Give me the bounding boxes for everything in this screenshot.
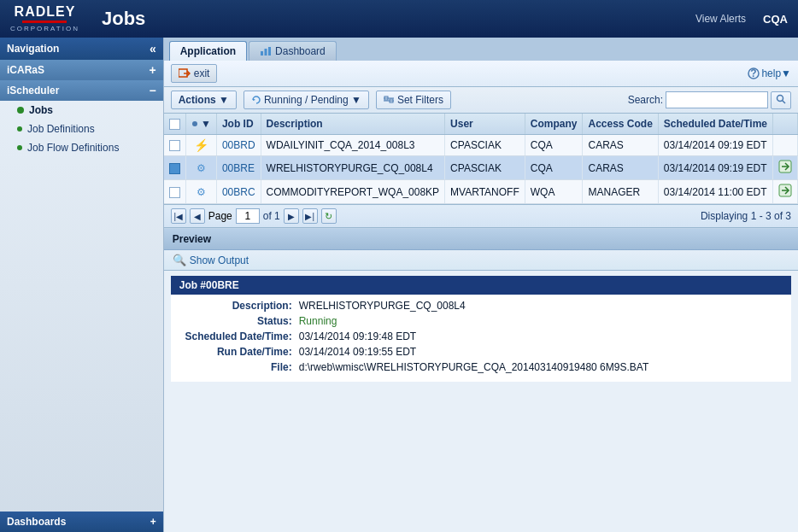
- row1-checkbox[interactable]: [169, 140, 180, 151]
- sidebar-dashboards[interactable]: Dashboards +: [0, 512, 163, 532]
- row2-scheduled: 03/14/2014 09:19 EDT: [658, 156, 772, 180]
- row1-job-id[interactable]: 00BRD: [216, 135, 261, 156]
- running-pending-button[interactable]: Running / Pending ▼: [244, 91, 369, 109]
- page-label: Page: [208, 210, 232, 222]
- col-checkbox: [164, 114, 186, 135]
- run-field-value: 03/14/2014 09:19:55 EDT: [299, 346, 416, 358]
- tab-dashboard-label: Dashboard: [275, 45, 326, 57]
- row3-action-icon[interactable]: [778, 184, 792, 197]
- preview-row-description: Description: WRELHISTORYPURGE_CQ_008L4: [179, 300, 783, 312]
- file-field-value: d:\rweb\wmisc\WRELHISTORYPURGE_CQA_20140…: [299, 361, 649, 373]
- row2-checkbox-cell[interactable]: [164, 156, 186, 180]
- brand-sub: CORPORATION: [10, 25, 79, 32]
- help-icon: ?: [748, 67, 760, 79]
- brand-bar: [22, 20, 67, 23]
- exit-button[interactable]: exit: [171, 64, 218, 83]
- row3-checkbox[interactable]: [169, 187, 180, 198]
- row1-scheduled: 03/14/2014 09:19 EDT: [658, 135, 772, 156]
- row2-action-cell[interactable]: [773, 156, 798, 180]
- view-alerts-link[interactable]: View Alerts: [695, 13, 746, 25]
- dashboard-chart-icon: [260, 46, 272, 56]
- preview-row-run: Run Date/Time: 03/14/2014 09:19:55 EDT: [179, 346, 783, 358]
- row3-access-code: MANAGER: [583, 180, 658, 204]
- row3-action-cell[interactable]: [773, 180, 798, 204]
- col-action: [773, 114, 798, 135]
- sidebar-group-ischeduler-toggle[interactable]: −: [150, 84, 156, 97]
- preview-row-scheduled: Scheduled Date/Time: 03/14/2014 09:19:48…: [179, 330, 783, 342]
- sidebar-item-jobs-label: Jobs: [29, 104, 53, 116]
- refresh-button[interactable]: ↻: [321, 208, 337, 224]
- show-output-bar[interactable]: 🔍 Show Output: [164, 250, 798, 271]
- refresh-icon: ↻: [325, 211, 332, 222]
- row3-checkbox-cell[interactable]: [164, 180, 186, 204]
- nav-dot-icon: [17, 107, 24, 114]
- help-button[interactable]: ? help▼: [748, 67, 791, 79]
- current-user: CQA: [763, 13, 788, 26]
- dashboards-add-icon[interactable]: +: [150, 516, 156, 528]
- help-label: help▼: [761, 67, 791, 79]
- sidebar-item-jobs[interactable]: Jobs: [0, 101, 163, 120]
- row1-status-cell: ⚡: [185, 135, 216, 156]
- sidebar-item-job-flow-definitions[interactable]: Job Flow Definitions: [0, 138, 163, 157]
- svg-point-11: [777, 95, 783, 101]
- preview-row-file: File: d:\rweb\wmisc\WRELHISTORYPURGE_CQA…: [179, 361, 783, 373]
- row1-description: WDAILYINIT_CQA_2014_008L3: [261, 135, 445, 156]
- select-all-checkbox[interactable]: [169, 119, 180, 130]
- col-scheduled[interactable]: Scheduled Date/Time: [658, 114, 772, 135]
- svg-text:?: ?: [751, 67, 757, 79]
- nav-collapse-button[interactable]: «: [150, 42, 156, 56]
- sidebar: Navigation « iCARaS + iScheduler − Jobs …: [0, 38, 164, 532]
- file-field-label: File:: [179, 361, 299, 373]
- row2-access-code: CARAS: [583, 156, 658, 180]
- jobs-table-container: ▼ Job ID Description User Company Access…: [164, 114, 798, 204]
- sidebar-item-job-definitions[interactable]: Job Definitions: [0, 120, 163, 138]
- sidebar-group-ischeduler[interactable]: iScheduler −: [0, 80, 163, 101]
- col-description[interactable]: Description: [261, 114, 445, 135]
- sidebar-item-job-definitions-label: Job Definitions: [27, 123, 95, 135]
- actions-button[interactable]: Actions ▼: [171, 91, 237, 109]
- jobs-table: ▼ Job ID Description User Company Access…: [164, 114, 798, 204]
- main-layout: Navigation « iCARaS + iScheduler − Jobs …: [0, 38, 798, 532]
- row2-job-id[interactable]: 00BRE: [216, 156, 261, 180]
- sidebar-group-icaras-label: iCARaS: [7, 64, 44, 76]
- tabs: Application Dashboard: [164, 38, 798, 61]
- row1-user: CPASCIAK: [445, 135, 525, 156]
- tab-application-label: Application: [180, 45, 236, 57]
- row3-job-id[interactable]: 00BRC: [216, 180, 261, 204]
- search-input[interactable]: [666, 91, 768, 108]
- page-number-input[interactable]: [236, 208, 260, 224]
- last-page-button[interactable]: ▶|: [302, 208, 318, 224]
- col-company[interactable]: Company: [525, 114, 583, 135]
- col-status: ▼: [185, 114, 216, 135]
- status-field-label: Status:: [179, 315, 299, 327]
- col-job-id[interactable]: Job ID: [216, 114, 261, 135]
- tab-application[interactable]: Application: [169, 41, 247, 61]
- table-header-row: ▼ Job ID Description User Company Access…: [164, 114, 798, 135]
- page-title: Jobs: [93, 8, 695, 30]
- status-field-value: Running: [299, 315, 337, 327]
- col-access-code[interactable]: Access Code: [583, 114, 658, 135]
- first-page-button[interactable]: |◀: [171, 208, 186, 224]
- set-filters-button[interactable]: Set Filters: [376, 91, 451, 109]
- row3-scheduled: 03/14/2014 11:00 EDT: [658, 180, 772, 204]
- table-row: ⚙ 00BRE WRELHISTORYPURGE_CQ_008L4 CPASCI…: [164, 156, 798, 180]
- prev-page-button[interactable]: ◀: [190, 208, 205, 224]
- row1-checkbox-cell[interactable]: [164, 135, 186, 156]
- row1-action-cell: [773, 135, 798, 156]
- exit-label: exit: [194, 67, 210, 79]
- row2-user: CPASCIAK: [445, 156, 525, 180]
- tab-dashboard[interactable]: Dashboard: [249, 41, 337, 61]
- row2-checkbox[interactable]: [169, 163, 180, 174]
- nav-dot-small-icon: [17, 126, 22, 132]
- actions-label: Actions ▼: [179, 94, 229, 106]
- search-go-button[interactable]: [771, 91, 791, 109]
- sidebar-group-icaras[interactable]: iCARaS +: [0, 60, 163, 80]
- row2-action-icon[interactable]: [778, 160, 792, 173]
- next-page-button[interactable]: ▶: [284, 208, 299, 224]
- description-field-value: WRELHISTORYPURGE_CQ_008L4: [299, 300, 466, 312]
- row2-company: CQA: [525, 156, 583, 180]
- description-field-label: Description:: [179, 300, 299, 312]
- col-user[interactable]: User: [445, 114, 525, 135]
- sidebar-group-icaras-toggle[interactable]: +: [150, 63, 156, 77]
- preview-header: Preview: [164, 228, 798, 250]
